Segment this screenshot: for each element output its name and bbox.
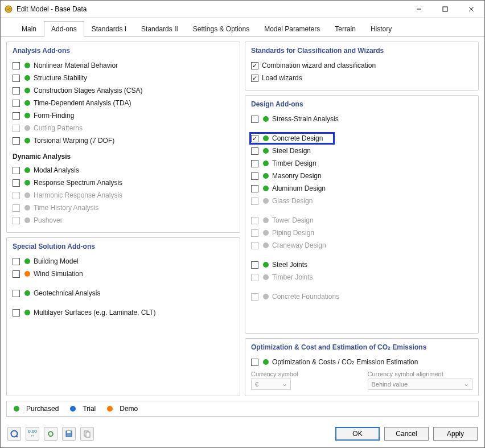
addon-row: Optimization & Costs / CO₂ Emission Esti…	[251, 356, 472, 368]
status-dot-icon	[24, 138, 30, 143]
checkbox	[251, 217, 258, 224]
cancel-button[interactable]: Cancel	[384, 427, 429, 441]
tab-add-ons[interactable]: Add-ons	[44, 21, 84, 37]
tab-standards-ii[interactable]: Standards II	[134, 21, 186, 36]
status-dot-icon	[263, 359, 269, 365]
checkbox	[251, 293, 258, 301]
special-addons-panel: Special Solution Add-ons Building ModelW…	[6, 237, 240, 396]
refresh-button[interactable]	[44, 427, 57, 441]
status-dot-icon	[24, 290, 30, 296]
units-button[interactable]: 0,00↔	[26, 427, 39, 441]
dot-green-icon	[14, 406, 19, 412]
checkbox[interactable]	[251, 160, 258, 167]
status-dot-icon	[263, 262, 269, 268]
status-dot-icon	[24, 88, 30, 93]
addon-label: Piping Design	[272, 229, 472, 237]
checkbox[interactable]	[251, 261, 258, 269]
checkbox[interactable]	[251, 62, 258, 69]
help-button[interactable]	[7, 427, 21, 441]
checkbox[interactable]	[13, 75, 20, 82]
addon-label: Cutting Patterns	[34, 124, 234, 132]
checkbox[interactable]	[251, 147, 258, 155]
window-controls	[406, 1, 484, 18]
status-dot-icon	[263, 135, 269, 141]
addon-label: Timber Design	[272, 159, 472, 167]
addon-row: Steel Joints	[251, 258, 472, 271]
design-addons-panel: Design Add-ons Stress-Strain AnalysisCon…	[245, 95, 479, 334]
checkbox[interactable]	[13, 87, 20, 94]
checkbox	[251, 198, 258, 205]
save-button[interactable]	[62, 427, 76, 441]
close-button[interactable]	[458, 1, 484, 18]
checkbox[interactable]	[251, 135, 258, 142]
standards-panel: Standards for Classification and Wizards…	[245, 42, 479, 91]
addon-label: Nonlinear Material Behavior	[34, 61, 234, 69]
checkbox[interactable]	[13, 167, 20, 174]
currency-alignment-select[interactable]: Behind value	[368, 379, 473, 390]
currency-symbol-select[interactable]: €	[251, 379, 291, 390]
addon-label: Building Model	[34, 257, 234, 265]
ok-button[interactable]: OK	[335, 427, 380, 441]
checkbox	[13, 125, 20, 132]
status-dot-icon	[24, 205, 30, 211]
maximize-button[interactable]	[432, 1, 458, 18]
checkbox[interactable]	[251, 172, 258, 180]
checkbox[interactable]	[251, 75, 258, 82]
checkbox[interactable]	[251, 116, 258, 123]
tab-settings-options[interactable]: Settings & Options	[186, 21, 257, 36]
dot-orange-icon	[107, 406, 113, 412]
dynamic-analysis-heading: Dynamic Analysis	[13, 153, 234, 161]
checkbox[interactable]	[13, 112, 20, 120]
checkbox[interactable]	[13, 290, 20, 297]
checkbox[interactable]	[251, 185, 258, 192]
copy-button[interactable]	[80, 427, 94, 441]
checkbox[interactable]	[13, 258, 20, 265]
addon-label: Pushover	[34, 216, 234, 224]
highlighted-addon: Concrete Design	[249, 132, 335, 145]
tab-main[interactable]: Main	[14, 21, 44, 36]
checkbox[interactable]	[13, 100, 20, 107]
addon-row: Concrete Foundations	[251, 290, 472, 303]
tab-standards-i[interactable]: Standards I	[84, 21, 134, 36]
addon-row: Steel Design	[251, 145, 472, 157]
tab-model-parameters[interactable]: Model Parameters	[257, 21, 327, 36]
checkbox	[13, 204, 20, 212]
body: Analysis Add-ons Nonlinear Material Beha…	[1, 37, 484, 421]
addon-label: Wind Simulation	[34, 270, 234, 278]
addon-label: Concrete Design	[272, 134, 331, 142]
status-dot-icon	[263, 230, 269, 236]
status-dot-icon	[263, 274, 269, 280]
currency-symbol-label: Currency symbol	[251, 371, 356, 377]
tab-history[interactable]: History	[363, 21, 399, 36]
minimize-button[interactable]	[406, 1, 432, 18]
status-dot-icon	[24, 217, 30, 223]
checkbox[interactable]	[13, 62, 20, 69]
status-dot-icon	[24, 167, 30, 173]
checkbox	[251, 274, 258, 281]
checkbox[interactable]	[13, 270, 20, 278]
status-dot-icon	[24, 113, 30, 118]
addon-label: Multilayer Surfaces (e.g. Laminate, CLT)	[34, 309, 234, 317]
addon-label: Steel Design	[272, 147, 472, 155]
status-dot-icon	[24, 100, 30, 106]
addon-row: Form-Finding	[13, 109, 234, 122]
addon-row: Time History Analysis	[13, 202, 234, 214]
tab-terrain[interactable]: Terrain	[327, 21, 363, 36]
status-dot-icon	[24, 310, 30, 315]
dot-blue-icon	[70, 406, 76, 412]
addon-row: Aluminum Design	[251, 182, 472, 195]
checkbox[interactable]	[13, 179, 20, 187]
checkbox[interactable]	[13, 137, 20, 145]
addon-row: Piping Design	[251, 227, 472, 239]
svg-point-0	[5, 6, 12, 13]
addon-label: Timber Joints	[272, 273, 472, 281]
checkbox[interactable]	[13, 309, 20, 317]
status-dot-icon	[263, 217, 269, 223]
status-dot-icon	[263, 294, 269, 299]
checkbox[interactable]	[251, 359, 258, 366]
legend-purchased: Purchased	[13, 405, 59, 413]
analysis-addons-panel: Analysis Add-ons Nonlinear Material Beha…	[6, 42, 240, 233]
legend-trial: Trial	[69, 405, 96, 413]
apply-button[interactable]: Apply	[433, 427, 478, 441]
svg-rect-10	[86, 432, 90, 437]
